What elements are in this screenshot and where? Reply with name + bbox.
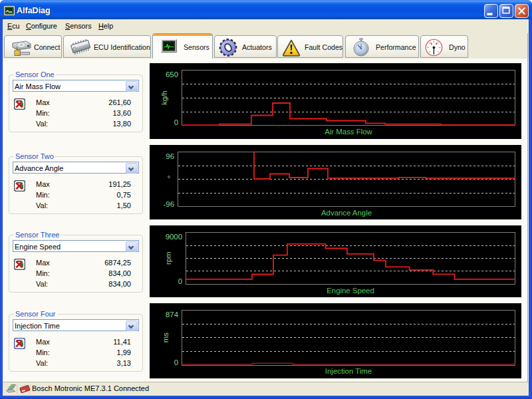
svg-text:9000: 9000: [166, 233, 182, 241]
svg-text:kg/h: kg/h: [160, 90, 168, 105]
svg-text:°: °: [168, 174, 170, 182]
svg-text:874: 874: [166, 311, 178, 319]
svg-text:ms: ms: [162, 332, 170, 342]
svg-text:-96: -96: [164, 200, 174, 208]
svg-text:Injection Time: Injection Time: [325, 367, 372, 375]
svg-text:Air Mass Flow: Air Mass Flow: [325, 128, 372, 136]
svg-text:96: 96: [166, 152, 174, 160]
svg-text:rpm: rpm: [165, 251, 173, 265]
svg-text:0: 0: [174, 358, 178, 366]
svg-text:650: 650: [166, 70, 178, 78]
svg-text:0: 0: [178, 277, 182, 285]
svg-text:0: 0: [174, 118, 178, 126]
svg-text:Engine Speed: Engine Speed: [327, 287, 374, 295]
svg-text:Advance Angle: Advance Angle: [321, 209, 372, 217]
